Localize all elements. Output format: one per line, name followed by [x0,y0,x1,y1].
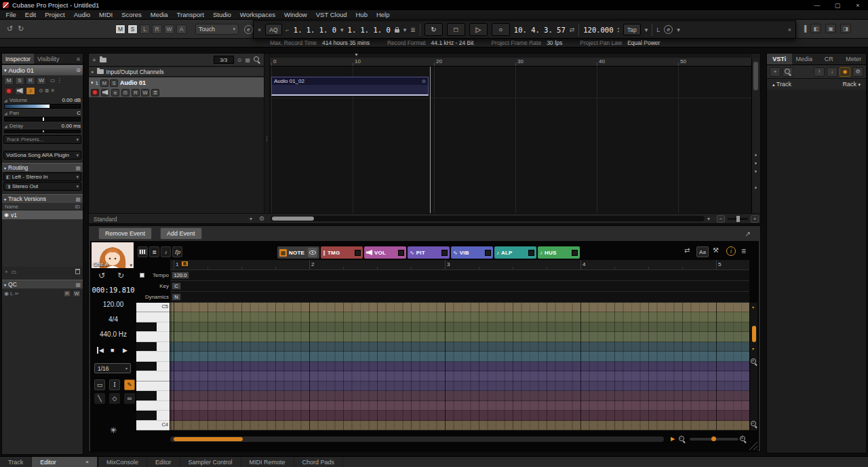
record-enable-button[interactable] [91,89,99,96]
find-track-icon[interactable] [254,56,260,63]
track-r-automation-button[interactable]: R [132,89,140,96]
piano-key-c-4[interactable] [136,411,170,420]
qc-r-button[interactable]: R [63,290,71,297]
track-controls-icon[interactable]: ≣ [151,89,159,96]
inspector-tab-visibility[interactable]: Visibility [34,54,62,64]
note-lane-a-4[interactable] [170,322,749,332]
qc-learn-icon[interactable]: L [10,291,13,297]
menu-project[interactable]: Project [41,11,70,18]
zoom-in-button[interactable]: + [751,215,759,223]
spinner-down-icon[interactable]: ▾ [618,30,620,33]
scroll-right-icon[interactable]: ▶ [671,436,675,442]
collapse-icon[interactable]: ▾ [4,68,7,73]
menu-window[interactable]: Window [279,11,311,18]
freeze-button[interactable]: ⊙ [121,89,130,96]
track-filter-icon[interactable]: ▦ [245,57,250,63]
bottom-tab-midi-remote[interactable]: MIDI Remote [241,457,294,467]
monitor-button[interactable] [101,89,109,96]
project-cursor-marker-icon[interactable]: ▼ [354,52,359,57]
zoom-in-vertical-icon[interactable]: + [751,358,757,365]
close-tab-icon[interactable]: × [85,459,89,465]
voice-select-caret-icon[interactable]: ▾ [130,263,132,268]
routing-section-header[interactable]: ▾ Routing ▦ [2,163,83,172]
piano-key-c5[interactable]: C5 [136,303,170,312]
editor-ruler[interactable]: 12345B [170,260,749,270]
bottom-tab-mixconsole[interactable]: MixConsole [98,457,147,467]
note-lane-b4[interactable] [170,312,749,322]
right-locator-display[interactable]: 1. 1. 1. 0 [348,26,391,34]
editor-play-button[interactable]: ▶ [123,347,127,354]
param-tab-alp[interactable]: ♪ALP [494,246,536,259]
note-lyrics-button[interactable]: ♪ [161,246,171,257]
track-s-button[interactable]: S [110,79,118,87]
scroll-up-icon[interactable]: ▴ [752,304,754,309]
zoom-out-horizontal-icon[interactable]: − [679,436,686,443]
editor-zoom-slider[interactable] [690,438,738,441]
menu-studio[interactable]: Studio [208,11,235,18]
menu-scores[interactable]: Scores [117,11,146,18]
tempo-spinner[interactable]: ▴ ▾ [618,26,620,33]
redo-icon[interactable]: ↻ [18,24,24,33]
zoom-slider-handle[interactable] [736,216,740,222]
param-tab-pit[interactable]: ∿PIT [408,246,450,259]
menu-help[interactable]: Help [372,11,394,18]
piano-key-g-4[interactable] [136,342,170,352]
qc-w-button[interactable]: W [73,290,81,297]
editor-stop-button[interactable]: ■ [111,347,114,354]
track-name[interactable]: Audio 01 [120,79,146,86]
piano-key-d4[interactable] [136,401,170,411]
automation-mode-dropdown[interactable]: Touch ▾ [195,24,239,35]
menu-transport[interactable]: Transport [172,11,208,18]
record-enable-button[interactable] [4,87,14,95]
zoom-menu-caret-icon[interactable]: ▾ [707,216,710,222]
undo-icon[interactable]: ↺ [7,24,13,33]
play-button[interactable]: ▷ [469,23,488,36]
automation-s-button[interactable]: S [127,24,138,34]
scrollbar-thumb[interactable] [174,437,243,441]
key-lane[interactable]: C [170,281,749,292]
menu-midi[interactable]: MIDI [95,11,117,18]
channel-w-button[interactable]: W [37,77,46,85]
editor-timesig-display[interactable]: 4/4 [90,316,136,323]
automation-panel-button[interactable]: e [244,25,253,34]
cycle-button[interactable]: ↻ [425,23,443,36]
scrollbar-thumb[interactable] [272,217,314,221]
add-version-button[interactable]: + [5,269,8,275]
editor-menu-icon[interactable]: ≡ [741,246,746,256]
freeze-voice-icon[interactable]: ✳ [90,426,136,435]
tracklist-resize-handle[interactable]: ⋮ [264,54,270,223]
piano-key-d-4[interactable] [136,391,170,400]
find-instrument-button[interactable] [783,67,793,77]
scrollbar-thumb[interactable] [753,62,758,90]
info-icon[interactable]: i [726,246,736,256]
track-picture-icon[interactable]: ⊙ [76,67,81,73]
param-visibility-checkbox[interactable] [485,250,491,256]
note-lane-d4[interactable] [170,401,749,411]
note-grid[interactable] [170,303,749,430]
menu-audio[interactable]: Audio [69,11,94,18]
ara-plugin-dropdown[interactable]: VoiSona Song ARA Plugin ▾ [3,151,81,160]
note-lane-f-4[interactable] [170,362,749,371]
lock-icon[interactable] [395,29,399,33]
arranger-icon[interactable]: ≣ [410,26,416,33]
automation-l-button[interactable]: L [140,24,150,34]
dynamics-button[interactable]: fp [172,246,182,257]
io-channels-track[interactable]: ▸ Input/Output Channels [89,67,264,77]
qc-section-header[interactable]: ▾ QC ▦ [2,280,83,288]
piano-key-f4[interactable] [136,371,170,381]
delay-slider[interactable] [4,130,81,133]
bottom-tab-chord-pads[interactable]: Chord Pads [294,457,344,467]
scroll-down-icon[interactable]: ▾ [752,346,754,351]
piano-key-c4[interactable]: C4 [136,421,170,430]
link-tool-button[interactable]: ∞ [124,393,135,404]
section-options-icon[interactable]: ▦ [75,196,81,202]
dynamics-value[interactable]: N [172,293,181,301]
editor-rtz-button[interactable]: ◀ [97,347,104,354]
right-zone-tab-cr[interactable]: CR [816,54,842,64]
bottom-tab-track[interactable]: Track [0,457,32,467]
piano-key-b4[interactable] [136,312,170,322]
monitor-button[interactable] [15,87,24,95]
output-routing-dropdown[interactable]: ◨ Stereo Out ▾ [3,182,81,191]
section-options-icon[interactable]: ▦ [75,282,81,288]
delay-handle[interactable] [43,130,44,132]
